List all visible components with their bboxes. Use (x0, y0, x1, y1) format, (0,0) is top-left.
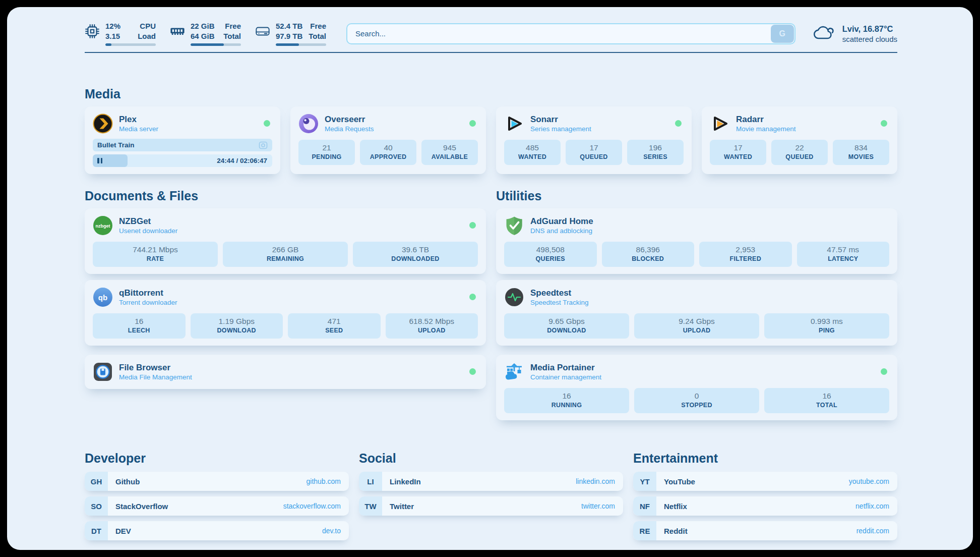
section-title-media: Media (85, 85, 897, 102)
bookmark-abbr: YT (633, 472, 656, 491)
bookmark-netflix[interactable]: NF Netflix netflix.com (633, 496, 897, 516)
bookmark-url: reddit.com (856, 527, 889, 535)
nzbget-icon: nzbget (93, 215, 113, 236)
bookmark-url: github.com (307, 477, 341, 485)
bookmark-name: Github (115, 477, 140, 486)
stat-tile: 196SERIES (627, 140, 684, 165)
status-dot (881, 120, 887, 127)
stat-tile: 40APPROVED (360, 140, 416, 165)
cast-icon[interactable] (259, 141, 268, 149)
svg-text:nzbget: nzbget (96, 224, 110, 229)
search-bar: G (346, 23, 795, 44)
service-card-filebrowser[interactable]: File Browser Media File Management (85, 355, 486, 389)
service-subtitle: Media File Management (119, 373, 192, 382)
bookmark-abbr: SO (85, 496, 108, 516)
stat-tile: 16TOTAL (764, 388, 889, 413)
radarr-icon (710, 114, 730, 134)
ram-stat: 22 GiB 64 GiB Free Total (170, 21, 241, 46)
bookmark-twitter[interactable]: TW Twitter twitter.com (359, 496, 623, 516)
ram-free-label: Free (223, 21, 241, 31)
bookmark-linkedin[interactable]: LI LinkedIn linkedin.com (359, 472, 623, 491)
service-card-nzbget[interactable]: nzbget NZBGet Usenet downloader 744.21 M… (85, 208, 486, 274)
header-divider (85, 52, 897, 53)
bookmark-name: DEV (115, 527, 131, 535)
status-dot (675, 120, 682, 127)
search-engine-button[interactable]: G (771, 25, 794, 43)
section-title-documents: Documents & Files (85, 187, 486, 204)
bookmark-url: youtube.com (849, 477, 889, 485)
stat-tile: 744.21 MbpsRATE (93, 242, 218, 267)
service-card-speedtest[interactable]: Speedtest Speedtest Tracking 9.65 GbpsDO… (496, 280, 897, 346)
pause-icon (97, 158, 102, 163)
stat-tile: 16RUNNING (504, 388, 629, 413)
status-dot (469, 120, 476, 127)
disk-total-value: 97.9 TB (276, 31, 302, 41)
stat-tile: 618.52 MbpsUPLOAD (386, 313, 478, 339)
status-dot (881, 368, 887, 375)
sonarr-icon (504, 114, 524, 134)
service-subtitle: DNS and adblocking (530, 227, 593, 236)
section-title-utilities: Utilities (496, 187, 897, 204)
service-subtitle: Movie management (736, 125, 796, 134)
bookmark-url: dev.to (322, 527, 341, 535)
speedtest-icon (504, 287, 524, 307)
bookmark-url: netflix.com (855, 502, 889, 510)
section-title-social: Social (359, 450, 623, 467)
cpu-icon (85, 24, 100, 39)
service-name: Sonarr (530, 114, 591, 125)
service-name: Plex (119, 114, 158, 125)
service-name: File Browser (119, 362, 192, 373)
dashboard-page: 12% 3.15 CPU Load (7, 7, 973, 550)
top-bar: 12% 3.15 CPU Load (85, 21, 897, 46)
bookmark-stackoverflow[interactable]: SO StackOverflow stackoverflow.com (85, 496, 349, 516)
stat-tile: 0.993 msPING (764, 313, 889, 339)
search-input[interactable] (346, 23, 795, 44)
bookmark-youtube[interactable]: YT YouTube youtube.com (633, 472, 897, 491)
stat-tile: 9.24 GbpsUPLOAD (634, 313, 759, 339)
weather-location-temp: Lviv, 16.87°C (842, 24, 897, 34)
ram-total-label: Total (223, 31, 241, 41)
stat-tile: 9.65 GbpsDOWNLOAD (504, 313, 629, 339)
bookmark-github[interactable]: GH Github github.com (85, 472, 349, 491)
bookmark-abbr: NF (633, 496, 656, 516)
stat-tile: 47.57 msLATENCY (797, 242, 890, 267)
service-card-sonarr[interactable]: Sonarr Series management 485WANTED 17QUE… (496, 106, 692, 174)
weather-widget: Lviv, 16.87°C scattered clouds (813, 24, 897, 44)
disk-stat: 52.4 TB 97.9 TB Free Total (255, 21, 326, 46)
playback-time: 24:44 / 02:06:47 (217, 154, 267, 167)
stat-tile: 16LEECH (93, 313, 186, 339)
cloud-icon (813, 24, 836, 44)
service-subtitle: Series management (530, 125, 591, 134)
ram-free-value: 22 GiB (191, 21, 215, 31)
service-card-radarr[interactable]: Radarr Movie management 17WANTED 22QUEUE… (702, 106, 897, 174)
bookmark-name: LinkedIn (390, 477, 421, 486)
bookmark-url: stackoverflow.com (283, 502, 341, 510)
disk-total-label: Total (309, 31, 326, 41)
bookmark-name: Twitter (390, 502, 414, 511)
bookmark-reddit[interactable]: RE Reddit reddit.com (633, 521, 897, 540)
service-name: Overseerr (325, 114, 374, 125)
service-card-plex[interactable]: Plex Media server Bullet Train (85, 106, 280, 174)
stat-tile: 2,953FILTERED (699, 242, 792, 267)
overseerr-icon (298, 114, 319, 134)
service-card-portainer[interactable]: Media Portainer Container management 16R… (496, 355, 897, 420)
adguard-icon (504, 215, 524, 236)
bookmark-dev[interactable]: DT DEV dev.to (85, 521, 349, 540)
stat-tile: 39.6 TBDOWNLOADED (353, 242, 478, 267)
system-stats: 12% 3.15 CPU Load (85, 21, 326, 46)
stat-tile: 17WANTED (710, 140, 766, 165)
status-dot (469, 368, 476, 375)
portainer-icon (504, 362, 524, 382)
stat-tile: 471SEED (288, 313, 381, 339)
service-card-qbittorrent[interactable]: qb qBittorrent Torrent downloader 16LEEC… (85, 280, 486, 346)
stat-tile: 17QUEUED (566, 140, 622, 165)
stat-tile: 22QUEUED (771, 140, 828, 165)
disk-icon (255, 25, 270, 37)
cpu-label: CPU (138, 21, 156, 31)
service-card-overseerr[interactable]: Overseerr Media Requests 21PENDING 40APP… (290, 106, 486, 174)
bookmark-url: twitter.com (581, 502, 615, 510)
service-name: qBittorrent (119, 288, 177, 298)
playback-progress-bar: 24:44 / 02:06:47 (93, 154, 272, 167)
bookmark-abbr: GH (85, 472, 108, 491)
service-card-adguard[interactable]: AdGuard Home DNS and adblocking 498,508Q… (496, 208, 897, 274)
